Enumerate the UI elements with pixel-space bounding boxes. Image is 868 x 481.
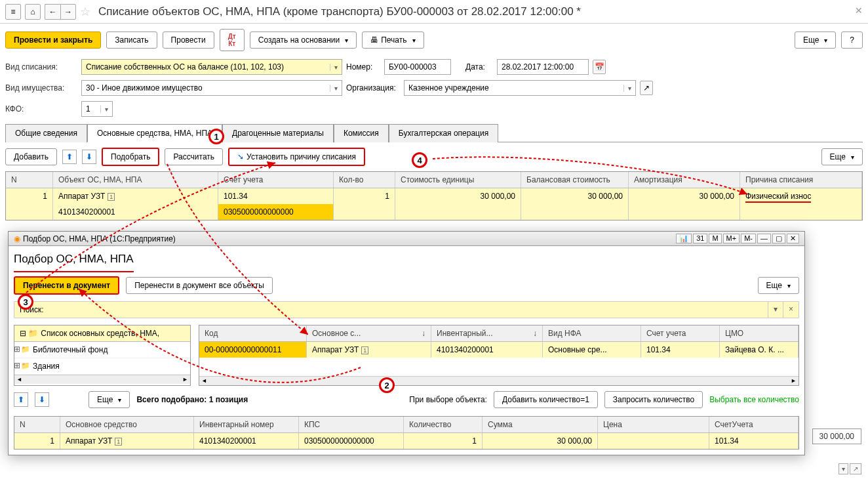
max-icon[interactable]: ▢ bbox=[772, 234, 785, 243]
move-up-icon[interactable]: ⬆ bbox=[62, 150, 77, 164]
bot-down-icon[interactable]: ⬇ bbox=[35, 392, 49, 407]
col-qty: Кол-во bbox=[334, 172, 395, 188]
date-field[interactable]: 28.02.2017 12:00:00 bbox=[497, 59, 589, 75]
kfo-label: КФО: bbox=[5, 104, 77, 114]
number-field[interactable]: БУ00-000003 bbox=[384, 59, 451, 75]
app-badge-icon: ◉ bbox=[14, 234, 20, 243]
dtkt-button[interactable]: ДтКт bbox=[220, 29, 245, 51]
mminus-icon[interactable]: M- bbox=[741, 234, 756, 243]
col-bal: Балансовая стоимость bbox=[521, 172, 629, 188]
org-open-icon[interactable]: ↗ bbox=[640, 81, 653, 95]
tab-accounting[interactable]: Бухгалтерская операция bbox=[389, 124, 498, 142]
printer-icon: 🖶 bbox=[370, 35, 378, 45]
dialog-title: Подбор ОС, НМА, НПА bbox=[14, 251, 134, 272]
bot-up-icon[interactable]: ⬆ bbox=[14, 392, 28, 407]
ask-qty-button[interactable]: Запросить количество bbox=[604, 391, 703, 408]
pick-dialog: ◉ Подбор ОС, НМА, НПА (1С:Предприятие) 📊… bbox=[8, 231, 805, 455]
type-select[interactable]: Списание собственных ОС на балансе (101,… bbox=[81, 59, 342, 75]
dlg-close-icon[interactable]: ✕ bbox=[787, 234, 799, 243]
search-input[interactable] bbox=[47, 302, 768, 318]
fwd-icon[interactable]: → bbox=[60, 4, 76, 20]
transfer-all-button[interactable]: Перенести в документ все объекты bbox=[126, 277, 273, 294]
calc-icon[interactable]: 📊 bbox=[676, 234, 692, 243]
help-button[interactable]: ? bbox=[841, 31, 863, 49]
create-based-button[interactable]: Создать на основании bbox=[250, 31, 357, 49]
card-icon: 1 bbox=[115, 438, 122, 446]
card-icon: 1 bbox=[361, 346, 368, 354]
transfer-button[interactable]: Перенести в документ bbox=[14, 276, 119, 295]
dlg-more-button[interactable]: Еще bbox=[758, 277, 799, 294]
footer-controls: ▾ ↗ bbox=[838, 463, 861, 474]
table-row[interactable]: 1 Аппарат УЗТ1 101.34 1 30 000,00 30 000… bbox=[6, 188, 862, 204]
star-icon[interactable]: ☆ bbox=[80, 5, 90, 19]
tree-item[interactable]: ⊞Здания bbox=[14, 358, 190, 375]
search-row: Поиск: ▾ × bbox=[14, 301, 799, 318]
pick-button[interactable]: Подобрать bbox=[102, 148, 159, 166]
print-button[interactable]: 🖶Печать bbox=[362, 31, 424, 49]
picked-label: Всего подобрано: 1 позиция bbox=[136, 395, 248, 404]
move-down-icon[interactable]: ⬇ bbox=[82, 150, 96, 164]
ft-open-icon[interactable]: ↗ bbox=[850, 463, 861, 474]
card-icon: 1 bbox=[108, 193, 115, 201]
tree-hscroll[interactable] bbox=[14, 375, 190, 384]
post-button[interactable]: Провести bbox=[163, 31, 214, 49]
save-button[interactable]: Записать bbox=[106, 31, 157, 49]
ft-dd-icon[interactable]: ▾ bbox=[838, 463, 848, 474]
col-n: N bbox=[6, 172, 53, 188]
col-obj: Объект ОС, НМА, НПА bbox=[53, 172, 218, 188]
calendar-icon[interactable]: 📅 bbox=[593, 60, 606, 74]
kfo-select[interactable]: 1▾ bbox=[81, 101, 113, 117]
picked-table: N Основное средство Инвентарный номер КП… bbox=[14, 416, 799, 450]
date-label: Дата: bbox=[465, 62, 493, 72]
add-qty1-button[interactable]: Добавить количество=1 bbox=[494, 391, 598, 408]
org-select[interactable]: Казенное учреждение▾ bbox=[404, 80, 636, 96]
set-reason-button[interactable]: ➘ Установить причину списания bbox=[228, 148, 365, 166]
blue-arrow-icon: ➘ bbox=[237, 152, 244, 161]
min-icon[interactable]: — bbox=[757, 234, 771, 243]
calc-button[interactable]: Рассчитать bbox=[165, 148, 223, 165]
post-close-button[interactable]: Провести и закрыть bbox=[5, 31, 101, 49]
on-select-label: При выборе объекта: bbox=[409, 395, 487, 404]
table-row[interactable]: 4101340200001 0305000000000000 bbox=[6, 204, 862, 220]
add-button[interactable]: Добавить bbox=[5, 148, 57, 165]
main-table: N Объект ОС, НМА, НПА Счет учета Кол-во … bbox=[5, 171, 863, 220]
tab-general[interactable]: Общие сведения bbox=[5, 124, 87, 142]
page-title: Списание объектов ОС, НМА, НПА (кроме тр… bbox=[98, 5, 581, 18]
select-all-qty-link[interactable]: Выбрать все количество bbox=[709, 395, 799, 404]
marker-2: 2 bbox=[379, 377, 395, 393]
tab-os[interactable]: Основные средства, НМА, НПА bbox=[87, 124, 222, 142]
marker-1: 1 bbox=[208, 129, 224, 144]
sub-more-button[interactable]: Еще bbox=[821, 148, 863, 165]
picked-row[interactable]: 1 Аппарат УЗТ1 4101340200001 03050000000… bbox=[14, 433, 799, 449]
select-list: Код Основное с... ↓ Инвентарный... ↓ Вид… bbox=[199, 325, 799, 386]
search-clear-icon[interactable]: × bbox=[783, 302, 799, 318]
list-hscroll[interactable] bbox=[199, 376, 799, 385]
marker-4: 4 bbox=[412, 152, 427, 168]
cal-icon[interactable]: 31 bbox=[693, 234, 707, 243]
tree-panel: ⊟ 📁Список основных средств, НМА, ⊞Библио… bbox=[14, 325, 191, 386]
prop-label: Вид имущества: bbox=[5, 83, 77, 93]
marker-3: 3 bbox=[18, 294, 33, 310]
close-icon[interactable]: ✕ bbox=[855, 5, 863, 16]
home-icon[interactable]: ⌂ bbox=[25, 4, 41, 20]
col-amort: Амортизация bbox=[629, 172, 740, 188]
search-dd-icon[interactable]: ▾ bbox=[768, 302, 783, 318]
number-label: Номер: bbox=[346, 62, 380, 72]
tab-commission[interactable]: Комиссия bbox=[334, 124, 389, 142]
m-icon[interactable]: M bbox=[709, 234, 721, 243]
col-unit: Стоимость единицы bbox=[395, 172, 521, 188]
col-acc: Счет учета bbox=[218, 172, 334, 188]
footer-total: 30 000,00 bbox=[812, 429, 861, 444]
org-label: Организация: bbox=[346, 83, 400, 93]
tree-item[interactable]: ⊞Библиотечный фонд bbox=[14, 342, 190, 358]
mplus-icon[interactable]: M+ bbox=[723, 234, 740, 243]
tab-strip: Общие сведения Основные средства, НМА, Н… bbox=[5, 123, 863, 142]
list-row[interactable]: 00-000000000000011 Аппарат УЗТ1 41013402… bbox=[199, 342, 799, 358]
tab-metals[interactable]: Драгоценные материалы bbox=[222, 124, 334, 142]
prop-select[interactable]: 30 - Иное движимое имущество▾ bbox=[81, 80, 342, 96]
dialog-wintitle: Подбор ОС, НМА, НПА (1С:Предприятие) bbox=[23, 234, 176, 243]
bot-more-button[interactable]: Еще bbox=[89, 391, 130, 408]
back-icon[interactable]: ← bbox=[45, 4, 60, 20]
menu-icon[interactable]: ≡ bbox=[5, 4, 21, 20]
more-button[interactable]: Еще bbox=[795, 31, 836, 49]
